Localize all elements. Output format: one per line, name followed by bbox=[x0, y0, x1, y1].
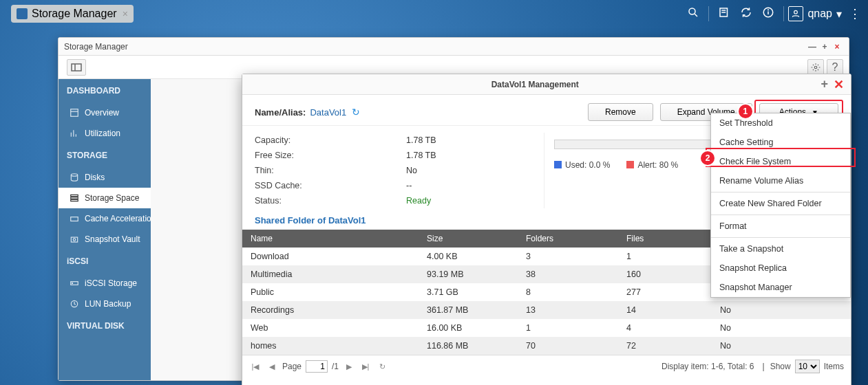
pager-next[interactable]: ▶ bbox=[343, 362, 355, 371]
window-title: Storage Manager bbox=[64, 42, 806, 52]
close-icon[interactable]: × bbox=[123, 8, 128, 19]
sidebar-item-disks[interactable]: Disks bbox=[59, 167, 151, 188]
col-files[interactable]: Files bbox=[618, 234, 712, 243]
close-button[interactable]: × bbox=[831, 42, 843, 52]
sidebar-item-label: Utilization bbox=[85, 129, 120, 138]
snapshot-icon bbox=[70, 234, 79, 244]
table-row[interactable]: Recordings361.87 MB1314No bbox=[242, 301, 851, 319]
dd-set-threshold[interactable]: Set Threshold bbox=[711, 113, 850, 133]
maximize-button[interactable]: + bbox=[818, 42, 831, 52]
sidebar-section-storage: STORAGE bbox=[59, 144, 151, 167]
dd-rename-volume-alias[interactable]: Rename Volume Alias bbox=[711, 171, 850, 190]
cell-extra: No bbox=[712, 305, 851, 315]
pager-show-select[interactable]: 10 bbox=[795, 360, 820, 373]
cell-size: 3.71 GB bbox=[419, 287, 518, 297]
dialog-title: DataVol1 Management bbox=[249, 80, 821, 89]
col-folders[interactable]: Folders bbox=[518, 234, 618, 243]
pager-display-label: Display item: 1-6, Total: 6 bbox=[661, 362, 754, 371]
sidebar-section-iscsi: iSCSI bbox=[59, 250, 151, 273]
cell-name: Web bbox=[242, 323, 419, 333]
ssd-cache-value: -- bbox=[406, 181, 412, 190]
close-icon[interactable]: ✕ bbox=[834, 77, 844, 92]
sidebar-item-label: Cache Acceleration bbox=[85, 214, 151, 223]
dd-cache-setting[interactable]: Cache Setting bbox=[711, 133, 850, 152]
more-icon[interactable]: ⋮ bbox=[849, 6, 861, 21]
svg-rect-21 bbox=[71, 217, 78, 221]
col-size[interactable]: Size bbox=[419, 234, 518, 243]
capacity-label: Capacity: bbox=[255, 135, 406, 145]
name-alias-label: Name/Alias: bbox=[255, 107, 306, 118]
chevron-down-icon: ▾ bbox=[836, 8, 842, 21]
taskbar-tab[interactable]: Storage Manager × bbox=[11, 5, 134, 23]
sync-icon[interactable] bbox=[735, 6, 757, 22]
sidebar-item-cache-acceleration[interactable]: Cache Acceleration bbox=[59, 208, 151, 229]
dd-create-shared-folder[interactable]: Create New Shared Folder bbox=[711, 194, 850, 213]
free-size-value: 1.78 TB bbox=[406, 151, 436, 160]
svg-point-0 bbox=[689, 8, 695, 14]
cell-name: homes bbox=[242, 341, 419, 351]
pager-items-label: Items bbox=[824, 362, 844, 371]
cell-files: 277 bbox=[618, 287, 712, 297]
legend-used: Used: 0.0 % bbox=[554, 160, 610, 170]
gear-button[interactable] bbox=[807, 59, 824, 76]
pager-show-label: Show bbox=[770, 362, 791, 371]
help-button[interactable]: ? bbox=[827, 59, 843, 76]
tab-label: Storage Manager bbox=[32, 8, 117, 20]
add-button[interactable]: + bbox=[821, 77, 828, 91]
sidebar-item-lun-backup[interactable]: LUN Backup bbox=[59, 294, 151, 314]
storage-manager-icon bbox=[17, 8, 28, 19]
main-area: Manage DataVol1 Management + ✕ Name/Alia… bbox=[151, 79, 849, 380]
panel-toggle-button[interactable] bbox=[67, 59, 86, 76]
actions-dropdown: Set Threshold Cache Setting Check File S… bbox=[710, 113, 851, 298]
capacity-value: 1.78 TB bbox=[406, 135, 436, 145]
cache-icon bbox=[70, 214, 79, 223]
dd-check-file-system[interactable]: Check File System bbox=[711, 152, 850, 171]
refresh-icon[interactable]: ↻ bbox=[352, 107, 360, 118]
legend-used-label: Used: 0.0 % bbox=[565, 160, 610, 170]
notes-icon[interactable] bbox=[713, 6, 735, 22]
remove-button[interactable]: Remove bbox=[588, 103, 653, 121]
dd-snapshot-replica[interactable]: Snapshot Replica bbox=[711, 258, 850, 278]
cell-folders: 13 bbox=[518, 305, 618, 315]
sidebar-item-storage-space[interactable]: Storage Space bbox=[59, 188, 151, 208]
cell-size: 16.00 KB bbox=[419, 323, 518, 333]
table-row[interactable]: Web16.00 KB14No bbox=[242, 319, 851, 337]
pager-prev[interactable]: ◀ bbox=[266, 362, 278, 371]
sidebar-item-iscsi-storage[interactable]: iSCSI Storage bbox=[59, 273, 151, 294]
user-menu[interactable]: qnap ▾ bbox=[788, 6, 842, 21]
pager-page-input[interactable] bbox=[306, 360, 328, 373]
svg-point-7 bbox=[768, 9, 769, 10]
svg-point-25 bbox=[72, 283, 73, 283]
overview-icon bbox=[70, 108, 79, 118]
storage-space-icon bbox=[70, 193, 79, 203]
cell-size: 116.86 MB bbox=[419, 341, 518, 351]
pager-first[interactable]: |◀ bbox=[249, 362, 262, 371]
dd-snapshot-manager[interactable]: Snapshot Manager bbox=[711, 278, 850, 297]
col-name[interactable]: Name bbox=[242, 234, 419, 243]
dropdown-separator bbox=[711, 214, 850, 215]
pager-last[interactable]: ▶| bbox=[359, 362, 372, 371]
cell-size: 4.00 KB bbox=[419, 252, 518, 261]
cell-files: 72 bbox=[618, 341, 712, 351]
storage-manager-window: Storage Manager — + × ? DASHBOARD Overvi… bbox=[58, 37, 849, 381]
thin-value: No bbox=[406, 166, 417, 175]
pager-refresh-icon[interactable]: ↻ bbox=[376, 362, 388, 371]
sidebar-item-snapshot-vault[interactable]: Snapshot Vault bbox=[59, 229, 151, 250]
info-icon[interactable] bbox=[757, 6, 779, 22]
table-row[interactable]: homes116.86 MB7072No bbox=[242, 337, 851, 355]
search-icon[interactable] bbox=[682, 6, 704, 22]
svg-rect-20 bbox=[71, 199, 78, 201]
svg-rect-19 bbox=[71, 197, 78, 199]
ssd-cache-label: SSD Cache: bbox=[255, 181, 406, 190]
sidebar-item-label: Disks bbox=[85, 173, 105, 182]
sidebar-item-overview[interactable]: Overview bbox=[59, 102, 151, 123]
dd-format[interactable]: Format bbox=[711, 217, 850, 236]
dropdown-separator bbox=[711, 192, 850, 192]
legend-used-swatch bbox=[554, 161, 562, 168]
sidebar-item-utilization[interactable]: Utilization bbox=[59, 123, 151, 144]
dialog-titlebar: DataVol1 Management + ✕ bbox=[242, 74, 851, 95]
dd-take-snapshot[interactable]: Take a Snapshot bbox=[711, 239, 850, 258]
free-size-label: Free Size: bbox=[255, 151, 406, 160]
cell-folders: 3 bbox=[518, 252, 618, 261]
minimize-button[interactable]: — bbox=[806, 42, 818, 52]
